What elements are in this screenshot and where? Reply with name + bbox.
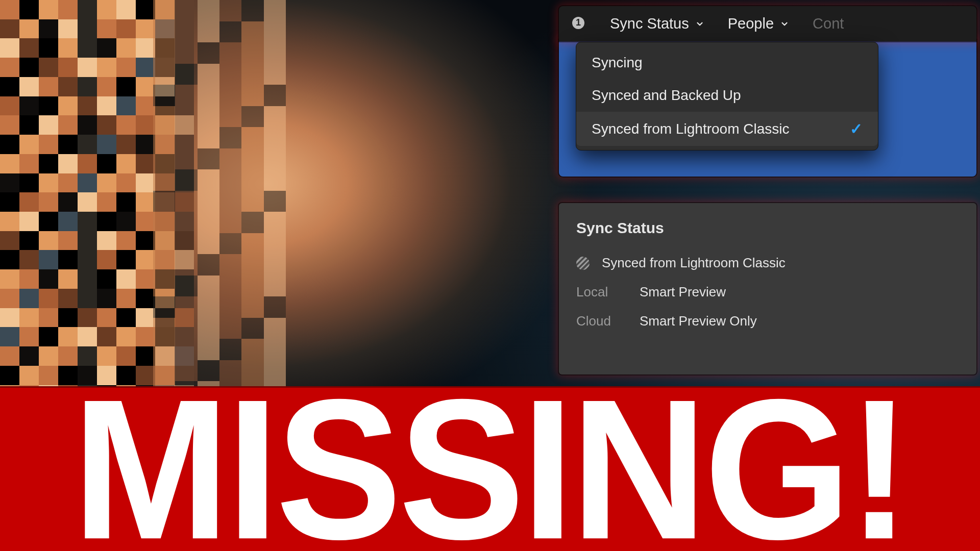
hatched-circle-icon	[576, 257, 590, 270]
chevron-down-icon	[695, 19, 704, 29]
sync-status-dropdown: Syncing Synced and Backed Up Synced from…	[576, 42, 878, 151]
dropdown-item-syncing[interactable]: Syncing	[576, 46, 878, 79]
local-label: Local	[576, 284, 627, 300]
filter-bar: 1 Sync Status People Cont	[559, 6, 976, 41]
cloud-value: Smart Preview Only	[640, 313, 757, 329]
sync-status-value: Synced from Lightroom Classic	[602, 255, 786, 271]
sync-status-info-panel: Sync Status Synced from Lightroom Classi…	[559, 203, 976, 374]
filter-count-badge: 1	[572, 17, 584, 29]
dropdown-item-synced-backed-up[interactable]: Synced and Backed Up	[576, 79, 878, 112]
cloud-label: Cloud	[576, 313, 627, 329]
sync-status-filter-label: Sync Status	[610, 15, 689, 32]
missing-banner-text: MISSING!	[72, 369, 908, 551]
info-panel-title: Sync Status	[576, 219, 959, 237]
check-icon: ✓	[850, 120, 863, 138]
local-value: Smart Preview	[640, 284, 726, 300]
missing-banner: MISSING!	[0, 388, 980, 551]
truncated-filter-button[interactable]: Cont	[813, 15, 844, 32]
dropdown-item-label: Synced and Backed Up	[592, 87, 741, 104]
people-filter-button[interactable]: People	[728, 15, 789, 32]
sync-status-filter-button[interactable]: Sync Status	[610, 15, 704, 32]
people-filter-label: People	[728, 15, 774, 32]
dropdown-item-label: Synced from Lightroom Classic	[592, 121, 789, 137]
truncated-filter-label: Cont	[813, 15, 844, 32]
dropdown-item-synced-lr-classic[interactable]: Synced from Lightroom Classic ✓	[576, 112, 878, 146]
dropdown-item-label: Syncing	[592, 55, 643, 71]
chevron-down-icon	[780, 19, 789, 29]
